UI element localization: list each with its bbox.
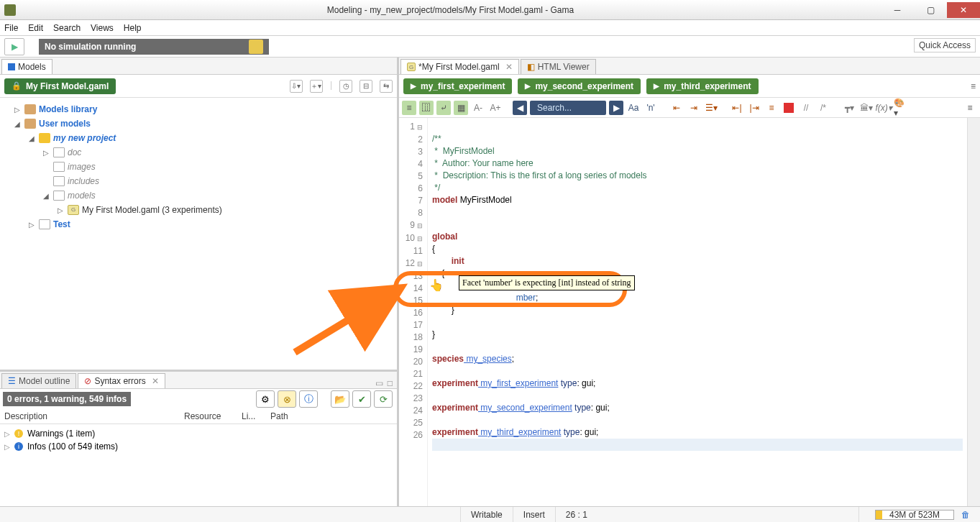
run-experiment-1[interactable]: my_first_experiment [403,78,512,94]
error-tooltip: Facet 'number' is expecting [int] instea… [459,275,635,290]
wrap-icon[interactable]: ⤶ [436,101,451,115]
format-icon[interactable]: ≡ [764,101,779,115]
tab-editor-gaml[interactable]: G *My First Model.gaml ✕ [400,59,519,74]
comment-block-icon[interactable]: /* [816,101,830,115]
statusbar: Writable Insert 26 : 1 43M of 523M 🗑 [0,506,980,522]
close-icon[interactable]: ✕ [505,62,513,72]
line-numbers-icon[interactable]: ≡ [402,101,416,115]
gc-trash-icon[interactable]: 🗑 [961,510,970,520]
templates-icon[interactable]: ┳▾ [842,101,856,115]
new-icon[interactable]: ＋▾ [310,80,323,93]
tab-models[interactable]: Models [1,59,52,74]
outdent-icon[interactable]: ⇤| [730,101,744,115]
minimize-view-icon[interactable]: ▭ [375,378,383,388]
tree-images[interactable]: images [68,162,96,172]
font-increase-icon[interactable]: A+ [488,101,503,115]
comment-line-icon[interactable]: // [799,101,813,115]
folder-icon [53,176,65,186]
maximize-button[interactable]: ▢ [914,2,947,18]
tree-test[interactable]: Test [53,219,70,229]
check-icon[interactable]: ✔ [352,390,371,408]
tree-includes[interactable]: includes [68,176,99,186]
word-icon[interactable]: 'n' [644,101,658,115]
menu-edit[interactable]: Edit [28,23,43,33]
minimize-button[interactable]: ─ [881,2,914,18]
folder-open-icon[interactable]: 📂 [331,390,349,408]
menu-views[interactable]: Views [91,23,114,33]
project-tree[interactable]: ▷Models library ◢User models ◢my new pro… [0,98,397,370]
font-decrease-icon[interactable]: A- [471,101,485,115]
code-area[interactable]: /** * MyFirstModel * Author: Your name h… [428,118,967,506]
navigator-header: 🔒 My First Model.gaml ⇩▾ ＋▾ | ◷ ⊟ ⇆ [0,75,397,98]
current-file-pill[interactable]: 🔒 My First Model.gaml [4,78,116,94]
search-fwd-icon[interactable]: ▶ [609,101,623,115]
colors-icon[interactable]: 🎨▾ [894,101,908,115]
errors-table-header: Description Resource Li... Path [0,409,397,424]
gaml-file-icon: G [68,205,79,215]
gaml-file-icon: G [407,63,416,71]
folding-icon[interactable]: ⿲ [419,101,434,115]
infos-group[interactable]: ▷iInfos (100 of 549 items) [4,440,393,453]
close-icon[interactable]: ✕ [152,376,159,386]
warning-filter-icon[interactable]: ⊗ [278,390,296,408]
link-icon[interactable]: ⇆ [380,80,393,93]
tab-model-outline[interactable]: ☰ Model outline [1,373,76,388]
editor-tabstrip: G *My First Model.gaml ✕ ◧ HTML Viewer [399,58,980,75]
indent-icon[interactable]: |⇥ [747,101,761,115]
run-experiment-2[interactable]: my_second_experiment [518,78,641,94]
folder-icon [53,147,65,157]
folder-icon [24,119,36,129]
case-icon[interactable]: Aa [626,101,641,115]
search-back-icon[interactable]: ◀ [513,101,527,115]
view-menu-icon[interactable]: ≡ [963,101,977,115]
separator: | [330,80,332,93]
cursor-icon: 👆 [429,279,444,291]
shift-right-icon[interactable]: ⇥ [687,101,701,115]
menu-search[interactable]: Search [53,23,81,33]
tree-project[interactable]: my new project [53,133,116,143]
collapse-icon[interactable]: ⊟ [360,80,372,93]
timer-icon[interactable]: ◷ [339,80,352,93]
color-icon[interactable] [782,101,796,115]
settings-icon[interactable]: ⚙ [256,390,275,408]
view-menu-icon[interactable]: ≡ [971,81,976,91]
gutter[interactable]: 1⊟2345 6789⊟10⊟ 1112⊟131415 1617181920 2… [399,118,428,506]
close-button[interactable]: ✕ [947,2,980,18]
folder-icon [24,104,36,114]
shift-left-icon[interactable]: ⇤ [669,101,684,115]
memory-bar[interactable]: 43M of 523M [875,510,954,520]
builtins-icon[interactable]: 🏛▾ [859,101,874,115]
info-filter-icon[interactable]: ⓘ [299,390,318,408]
warnings-group[interactable]: ▷!Warnings (1 item) [4,427,393,440]
editor-toolbar: ≡ ⿲ ⤶ ▦ A- A+ ◀ Search... ▶ Aa 'n' ⇤ ⇥ ☰… [399,98,980,118]
tree-models-library[interactable]: Models library [39,104,97,114]
import-icon[interactable]: ⇩▾ [290,80,303,93]
simulation-status: No simulation running [39,39,269,55]
html-icon: ◧ [527,62,535,72]
operators-icon[interactable]: f(x)▾ [876,101,891,115]
maximize-view-icon[interactable]: □ [388,378,393,388]
box-icon[interactable]: ▦ [454,101,468,115]
tree-gaml-file[interactable]: My First Model.gaml (3 experiments) [82,205,222,215]
overview-ruler[interactable] [967,118,980,506]
window-title: Modeling - my_new_project/models/My Firs… [20,5,881,15]
run-experiment-3[interactable]: my_third_experiment [646,78,758,94]
tab-syntax-errors[interactable]: ⊘ Syntax errors ✕ [78,373,165,388]
quick-access-button[interactable]: Quick Access [914,38,976,52]
menu-file[interactable]: File [4,23,18,33]
refresh-check-icon[interactable]: ⟳ [374,390,393,408]
search-input[interactable]: Search... [530,101,606,115]
status-writable: Writable [460,507,513,522]
list-icon[interactable]: ☰▾ [704,101,718,115]
edit-icon[interactable] [249,40,263,54]
code-editor[interactable]: 1⊟2345 6789⊟10⊟ 1112⊟131415 1617181920 2… [399,118,980,506]
warning-icon: ! [14,429,23,438]
tree-user-models[interactable]: User models [39,119,91,129]
info-icon: i [14,442,23,451]
tree-doc[interactable]: doc [68,147,81,157]
run-button[interactable]: ▶ [4,38,24,55]
tree-models-folder[interactable]: models [68,191,96,201]
navigator-tabstrip: Models [0,58,397,75]
tab-html-viewer[interactable]: ◧ HTML Viewer [521,59,596,74]
menu-help[interactable]: Help [124,23,142,33]
